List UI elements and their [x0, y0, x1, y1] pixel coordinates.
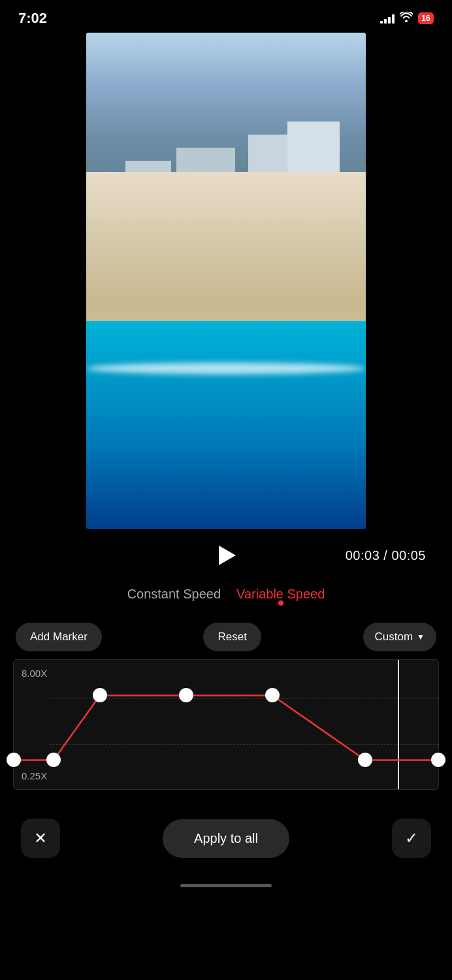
speed-tabs: Constant Speed Variable Speed — [0, 575, 452, 610]
control-point-7[interactable] — [431, 753, 445, 767]
time-display: 00:03 / 00:05 — [346, 548, 426, 563]
controls-row: Add Marker Reset Custom ▼ — [0, 610, 452, 659]
wave-line — [86, 363, 366, 374]
control-point-3[interactable] — [93, 688, 107, 702]
tab-constant-speed[interactable]: Constant Speed — [127, 587, 221, 606]
bottom-action-bar: ✕ Apply to all ✓ — [0, 803, 452, 874]
speed-curve-svg — [14, 660, 438, 789]
tab-variable-speed[interactable]: Variable Speed — [236, 587, 325, 605]
play-button[interactable] — [212, 541, 240, 570]
current-time: 00:03 — [346, 548, 380, 563]
home-indicator — [180, 884, 272, 887]
confirm-icon: ✓ — [405, 829, 418, 847]
playback-row: 00:03 / 00:05 — [0, 529, 452, 575]
control-point-1[interactable] — [7, 753, 21, 767]
control-point-6[interactable] — [358, 753, 372, 767]
apply-all-button[interactable]: Apply to all — [163, 819, 289, 858]
battery-badge: 16 — [418, 12, 434, 24]
status-bar: 7:02 16 — [0, 0, 452, 33]
confirm-button[interactable]: ✓ — [392, 819, 431, 858]
video-preview — [86, 33, 366, 529]
cancel-icon: ✕ — [34, 829, 47, 847]
add-marker-button[interactable]: Add Marker — [16, 623, 102, 651]
control-point-5[interactable] — [265, 688, 280, 702]
time-separator: / — [379, 548, 391, 563]
status-time: 7:02 — [18, 10, 47, 27]
signal-icon — [380, 13, 395, 24]
custom-label: Custom — [375, 630, 413, 644]
tab-variable-speed-container: Variable Speed — [236, 587, 325, 606]
cancel-button[interactable]: ✕ — [21, 819, 60, 858]
wifi-icon — [400, 12, 413, 25]
dropdown-arrow-icon: ▼ — [417, 632, 425, 642]
control-point-2[interactable] — [46, 753, 61, 767]
speed-graph[interactable]: 8.00X 0.25X — [13, 659, 439, 790]
total-time: 00:05 — [391, 548, 426, 563]
play-icon — [219, 546, 236, 565]
control-point-4[interactable] — [179, 688, 193, 702]
status-icons: 16 — [380, 12, 434, 25]
custom-dropdown-button[interactable]: Custom ▼ — [363, 623, 436, 651]
video-frame — [86, 33, 366, 529]
reset-button[interactable]: Reset — [203, 623, 261, 651]
ocean-layer — [86, 321, 366, 529]
